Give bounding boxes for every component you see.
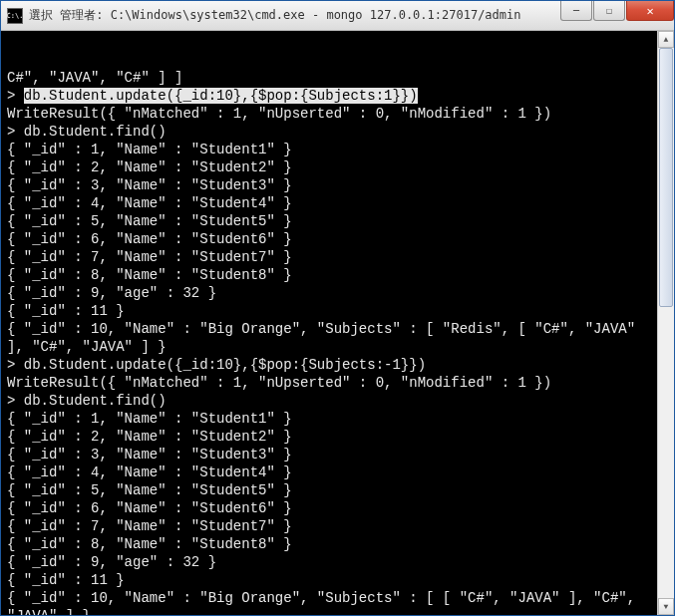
maximize-button[interactable]: ☐ xyxy=(593,1,625,21)
line: { "_id" : 8, "Name" : "Student8" } xyxy=(7,267,292,283)
line: { "_id" : 3, "Name" : "Student3" } xyxy=(7,177,292,193)
cmd-icon: C:\. xyxy=(7,8,23,24)
line: > db.Student.find() xyxy=(7,393,167,409)
terminal[interactable]: C#", "JAVA", "C#" ] ] > db.Student.updat… xyxy=(1,31,674,615)
close-button[interactable]: ✕ xyxy=(626,1,674,21)
line: { "_id" : 3, "Name" : "Student3" } xyxy=(7,447,292,462)
cmd-window: C:\. 選択 管理者: C:\Windows\system32\cmd.exe… xyxy=(0,0,675,616)
line: { "_id" : 5, "Name" : "Student5" } xyxy=(7,213,292,229)
highlighted-command: db.Student.update({_id:10},{$pop:{Subjec… xyxy=(24,88,418,104)
scroll-up-button[interactable]: ▲ xyxy=(658,31,674,48)
minimize-button[interactable]: ─ xyxy=(560,1,592,21)
line: { "_id" : 7, "Name" : "Student7" } xyxy=(7,249,292,265)
line: { "_id" : 1, "Name" : "Student1" } xyxy=(7,142,292,157)
line: { "_id" : 10, "Name" : "Big Orange", "Su… xyxy=(7,590,644,615)
line: { "_id" : 6, "Name" : "Student6" } xyxy=(7,231,292,247)
terminal-content: C#", "JAVA", "C#" ] ] > db.Student.updat… xyxy=(7,69,656,615)
scroll-down-button[interactable]: ▼ xyxy=(658,598,674,615)
line: { "_id" : 11 } xyxy=(7,303,125,319)
titlebar[interactable]: C:\. 選択 管理者: C:\Windows\system32\cmd.exe… xyxy=(1,1,674,31)
window-controls: ─ ☐ ✕ xyxy=(559,1,674,30)
line: { "_id" : 11 } xyxy=(7,572,125,588)
line: WriteResult({ "nMatched" : 1, "nUpserted… xyxy=(7,375,551,391)
line: { "_id" : 1, "Name" : "Student1" } xyxy=(7,411,292,427)
line: > db.Student.update({_id:10},{$pop:{Subj… xyxy=(7,357,426,373)
line: { "_id" : 6, "Name" : "Student6" } xyxy=(7,500,292,516)
line: WriteResult({ "nMatched" : 1, "nUpserted… xyxy=(7,106,551,122)
vertical-scrollbar[interactable]: ▲ ▼ xyxy=(657,31,674,615)
line: { "_id" : 10, "Name" : "Big Orange", "Su… xyxy=(7,321,644,355)
line: C#", "JAVA", "C#" ] ] xyxy=(7,70,182,86)
scroll-thumb[interactable] xyxy=(659,48,673,307)
line: { "_id" : 8, "Name" : "Student8" } xyxy=(7,536,292,552)
window-title: 選択 管理者: C:\Windows\system32\cmd.exe - mo… xyxy=(29,7,559,24)
line: { "_id" : 2, "Name" : "Student2" } xyxy=(7,159,292,175)
line: { "_id" : 2, "Name" : "Student2" } xyxy=(7,429,292,445)
line: { "_id" : 9, "age" : 32 } xyxy=(7,554,216,570)
line: { "_id" : 7, "Name" : "Student7" } xyxy=(7,518,292,534)
line: { "_id" : 4, "Name" : "Student4" } xyxy=(7,195,292,211)
line: { "_id" : 4, "Name" : "Student4" } xyxy=(7,464,292,480)
line: > db.Student.find() xyxy=(7,124,167,140)
scroll-track[interactable] xyxy=(658,48,674,598)
prompt: > xyxy=(7,88,24,104)
line: { "_id" : 9, "age" : 32 } xyxy=(7,285,216,301)
line: { "_id" : 5, "Name" : "Student5" } xyxy=(7,482,292,498)
